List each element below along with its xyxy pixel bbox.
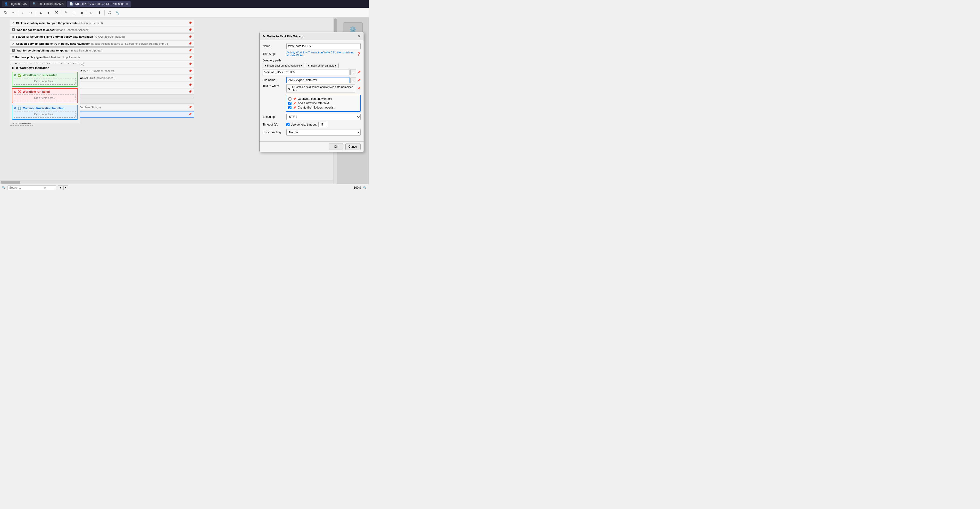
dir-path-input[interactable] (262, 69, 350, 75)
horizontal-scrollbar[interactable] (0, 180, 333, 184)
wizard-body: Name This Step: Activity Workflow/Transa… (260, 40, 364, 141)
fin-failed-header: ⊖ ❌ Workflow run failed (14, 90, 76, 94)
step-icon-3: A (12, 35, 14, 38)
step-click-policy[interactable]: ↗ Click first policiy in list to open th… (10, 20, 194, 26)
help-icon[interactable]: ❓ (357, 52, 361, 56)
this-step-label: This Step: (262, 52, 285, 56)
step-retrieve-policy-type[interactable]: □ Retrieve policy type (Read Text from A… (10, 54, 194, 60)
group-button[interactable]: ⊞ (71, 9, 78, 16)
file-name-label: File name: (262, 78, 285, 82)
insert-script-var-button[interactable]: ▾ Insert script variable ▾ (306, 63, 339, 68)
fin-common-dropzone[interactable]: Drop Items here... (14, 111, 76, 118)
step-icon-6: □ (12, 55, 14, 59)
name-input[interactable] (286, 43, 361, 49)
status-bar: 🔍 0 ▲ ▼ 100% 🔍 (0, 184, 369, 191)
tab-find-record[interactable]: 🔍 Find Record in AMS (30, 1, 66, 7)
fin-failed-icon: ❌ (18, 90, 21, 94)
text-to-write-row: Text to write: ⊕ ⊕ Combine field names a… (262, 84, 361, 93)
copy-button[interactable]: ⧉ (2, 9, 9, 16)
dir-path-browse-button[interactable]: … (350, 69, 356, 75)
move-down-button[interactable]: ▼ (45, 9, 52, 16)
timeout-label: Timeout (s): (262, 123, 285, 126)
step-icon-4: ↗ (12, 42, 14, 45)
text-to-write-label: Text to write: (262, 84, 285, 88)
wizard-step-row: This Step: Activity Workflow/Transaction… (262, 51, 361, 57)
use-general-timeout-checkbox[interactable] (286, 123, 290, 126)
newline-pin[interactable]: 📌 (293, 102, 296, 105)
nav-down-button[interactable]: ▼ (64, 185, 68, 190)
create-pin[interactable]: 📌 (293, 106, 296, 109)
edit-button[interactable]: ✎ (63, 9, 70, 16)
cut-button[interactable]: ✂ (10, 9, 16, 16)
pin-icon-6: 📌 (189, 56, 192, 59)
timeout-value-input[interactable] (318, 122, 328, 127)
toolbar-separator-5 (104, 10, 105, 15)
step-click-servicing[interactable]: ↗ Click on Servicing/Billing entry in po… (10, 41, 194, 46)
horizontal-scrollbar-thumb[interactable] (1, 181, 21, 183)
fin-failed-collapse: ⊖ (14, 90, 16, 94)
step-wait-policy[interactable]: 🖼 Wait for policy data to appear (Image … (10, 27, 194, 33)
print-button[interactable]: 🖨 (106, 9, 113, 16)
fin-header-icon2: ⧉ (16, 66, 18, 70)
step-wait-servicing[interactable]: 🖼 Wait for servicing/billing data to app… (10, 47, 194, 53)
fin-success-dropzone[interactable]: Drop Items here... (14, 78, 76, 85)
redo-button[interactable]: ↪ (27, 9, 34, 16)
name-label: Name (262, 45, 285, 48)
step-icon-5: 🖼 (12, 49, 15, 52)
fin-failed-label: Workflow run failed (23, 90, 50, 94)
create-checkbox[interactable] (288, 106, 291, 109)
pin-icon-7: 📌 (189, 62, 192, 65)
pin-solid-write-csv: 📌 (188, 113, 192, 116)
file-name-input-row: … 📌 (286, 77, 361, 83)
zoom-icon[interactable]: 🔍 (363, 186, 367, 190)
move-up-button[interactable]: ▲ (37, 9, 44, 16)
tools-button[interactable]: 🔧 (114, 9, 121, 16)
search-box: 0 (8, 185, 56, 190)
breakpoint-button[interactable]: ◆ (78, 9, 85, 16)
pin-solid-11: 📌 (189, 90, 192, 93)
tab-login-ams[interactable]: 👤 Login to AMS (2, 1, 29, 7)
checkbox-newline: 📌 Add a new line after text (288, 102, 358, 105)
step-search-servicing[interactable]: A Search for Servicing/Billing entry in … (10, 34, 194, 40)
ok-button[interactable]: OK (329, 144, 343, 150)
nav-up-button[interactable]: ▲ (58, 185, 63, 190)
search-input[interactable] (9, 186, 43, 190)
pin-icon-5: 📌 (189, 49, 192, 52)
file-name-input[interactable] (286, 77, 350, 83)
overwrite-checkbox[interactable] (288, 97, 291, 101)
overwrite-pin[interactable]: 📌 (293, 97, 296, 101)
file-name-browse-button[interactable]: … (350, 77, 356, 83)
fin-header-label: Workflow Finalization (19, 66, 49, 70)
write-to-text-file-wizard[interactable]: ✎ Write to Text File Wizard ✕ Name This … (259, 32, 364, 152)
error-handling-row: Error handling: Normal (262, 129, 361, 136)
wizard-name-row: Name (262, 43, 361, 49)
dir-path-pin[interactable]: 📌 (357, 71, 361, 74)
cancel-button[interactable]: Cancel (345, 144, 361, 150)
timeout-check: Use general timeout (286, 123, 317, 126)
undo-button[interactable]: ↩ (20, 9, 27, 16)
fin-section-failed: ⊖ ❌ Workflow run failed Drop Items here.… (12, 88, 78, 103)
newline-checkbox[interactable] (288, 102, 291, 105)
delete-button[interactable]: ✕ (53, 9, 60, 16)
pin-icon-1: 📌 (189, 21, 192, 24)
text-to-write-pin[interactable]: 📌 (357, 87, 361, 90)
fin-failed-dropzone[interactable]: Drop Items here... (14, 94, 76, 101)
insert-env-var-button[interactable]: ▾ Insert Environment Variable ▾ (262, 63, 304, 68)
encoding-select[interactable]: UTF-8 (286, 114, 361, 120)
overwrite-label: Overwrite content with text (298, 97, 332, 101)
fin-section-success: ⊖ ✅ Workflow run succeeded Drop Items he… (12, 72, 78, 87)
tab-close-btn[interactable]: ✕ (126, 2, 128, 6)
insert-env-icon: ▾ (265, 64, 266, 67)
error-handling-select[interactable]: Normal (286, 129, 361, 136)
pin-solid-4: 📌 (189, 42, 192, 45)
upload-button[interactable]: ⬆ (96, 9, 103, 16)
file-name-row: File name: … 📌 (262, 77, 361, 83)
fin-common-label: Common finalization handling (23, 107, 64, 110)
file-name-pin[interactable]: 📌 (357, 79, 361, 82)
this-step-link[interactable]: Activity Workflow/Transaction/Write CSV … (286, 51, 355, 57)
pin-icon-3: 📌 (189, 35, 192, 38)
tab-write-csv[interactable]: 📄 Write to CSV & trans...o SFTP location… (67, 1, 130, 7)
wizard-close-button[interactable]: ✕ (358, 34, 361, 38)
insert-buttons-row: ▾ Insert Environment Variable ▾ ▾ Insert… (262, 63, 361, 68)
run-button[interactable]: ▷ (88, 9, 95, 16)
